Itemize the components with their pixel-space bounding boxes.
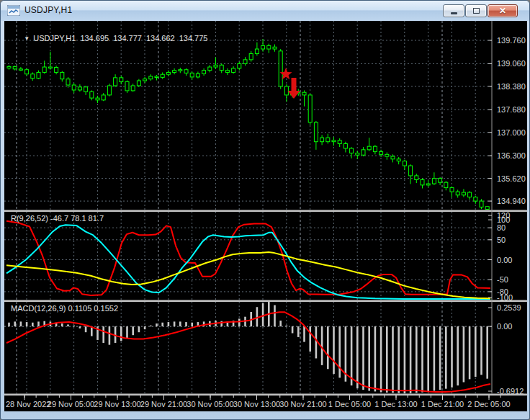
window-title: USDJPY,H1 xyxy=(24,5,72,15)
candle-body xyxy=(19,69,22,71)
candle-body xyxy=(421,179,424,184)
candle-body xyxy=(55,67,58,72)
candle-body xyxy=(403,161,406,166)
candle-body xyxy=(361,150,365,155)
time-label: 30 Nov 13:00 xyxy=(233,400,280,408)
candle-body xyxy=(214,65,217,67)
candle-body xyxy=(66,79,70,85)
candle-body xyxy=(60,72,64,79)
candle-body xyxy=(166,72,170,74)
candle-body xyxy=(415,176,418,180)
candle-body xyxy=(190,73,194,77)
candle-body xyxy=(72,85,76,90)
time-label: 29 Nov 05:00 xyxy=(48,400,94,408)
candle-body xyxy=(273,47,277,49)
candle-body xyxy=(220,65,223,70)
time-label: 28 Nov 2022 xyxy=(6,400,50,408)
open-value: 134.695 xyxy=(80,34,109,43)
candle-body xyxy=(149,76,153,79)
candle-body xyxy=(173,71,176,73)
candle-body xyxy=(320,138,324,142)
time-label: 30 Nov 05:00 xyxy=(187,400,233,408)
candle-body xyxy=(37,72,40,78)
candle-body xyxy=(84,87,88,91)
symbol-period-label: USDJPY,H1 xyxy=(33,34,76,43)
axis-label: 136.300 xyxy=(497,151,526,160)
panel-separator xyxy=(4,210,527,210)
candle-body xyxy=(267,45,271,49)
candle-body xyxy=(308,95,312,122)
axis-label: -100 xyxy=(497,293,513,302)
restore-icon xyxy=(473,8,480,14)
panel-separator xyxy=(4,300,527,300)
high-value: 134.777 xyxy=(113,34,142,43)
minimize-icon xyxy=(451,12,457,14)
axis-label: 138.380 xyxy=(497,82,526,91)
candle-body xyxy=(102,95,105,100)
time-label: 2 Dec 05:00 xyxy=(467,400,510,408)
candle-body xyxy=(196,73,199,77)
candle-body xyxy=(332,140,336,142)
candle-body xyxy=(125,81,129,90)
time-label: 29 Nov 13:00 xyxy=(94,400,140,408)
axis-label: 0.2539 xyxy=(497,303,521,312)
candle-body xyxy=(450,188,454,192)
candle-body xyxy=(480,201,483,207)
candle-body xyxy=(48,67,52,68)
symbol-dropdown-icon[interactable]: ▼ xyxy=(24,35,30,42)
candle-body xyxy=(96,98,99,100)
time-label: 1 Dec 13:00 xyxy=(374,400,417,408)
window-controls: ✕ xyxy=(443,4,518,17)
candle-body xyxy=(279,51,282,86)
candle-body xyxy=(261,45,265,49)
candle-body xyxy=(107,86,111,95)
candle-body xyxy=(90,91,94,98)
candle-body xyxy=(243,60,247,64)
candle-body xyxy=(184,70,188,73)
axis-label: 137.000 xyxy=(497,128,526,137)
time-label: 29 Nov 21:00 xyxy=(140,400,187,408)
application-window: USDJPY,H1 ✕ 139.760139.060138.380137.680… xyxy=(0,0,530,420)
minimize-button[interactable] xyxy=(443,4,464,17)
candle-body xyxy=(356,153,359,155)
candle-body xyxy=(485,207,489,210)
close-icon: ✕ xyxy=(499,6,506,15)
candle-body xyxy=(13,67,17,69)
candle-body xyxy=(456,192,459,195)
wpr-indicator-label: R(9,26,52) -46.7 78.1 81.7 xyxy=(11,214,104,223)
candle-body xyxy=(426,184,430,185)
panel-separator xyxy=(4,393,527,394)
candle-body xyxy=(25,70,29,74)
candle-body xyxy=(155,76,158,78)
ohlc-header[interactable]: ▼USDJPY,H1134.695134.777134.662134.775 xyxy=(11,25,207,51)
candle-body xyxy=(391,156,395,159)
candle-body xyxy=(131,86,135,91)
close-button[interactable]: ✕ xyxy=(488,4,518,17)
candle-body xyxy=(326,138,330,142)
candle-body xyxy=(161,74,164,77)
time-label: 1 Dec 21:00 xyxy=(421,400,464,408)
restore-button[interactable] xyxy=(465,4,487,17)
candle-body xyxy=(137,81,140,86)
candle-body xyxy=(373,146,377,151)
candle-body xyxy=(208,67,212,71)
title-bar[interactable]: USDJPY,H1 ✕ xyxy=(1,1,529,21)
candle-body xyxy=(468,192,472,197)
candle-body xyxy=(7,67,11,68)
candle-body xyxy=(249,54,253,60)
candle-body xyxy=(367,146,371,150)
candle-body xyxy=(379,152,383,155)
time-label: 30 Nov 21:00 xyxy=(279,400,326,408)
candle-body xyxy=(474,197,477,202)
candle-body xyxy=(385,154,389,156)
candle-body xyxy=(432,179,436,184)
axis-label: -50 xyxy=(497,275,508,284)
chart-area: 139.760139.060138.380137.680137.000136.3… xyxy=(4,21,527,411)
candle-body xyxy=(338,140,341,144)
axis-label: 135.620 xyxy=(497,174,526,183)
candle-body xyxy=(444,182,448,187)
candle-body xyxy=(120,78,123,82)
candle-body xyxy=(284,86,288,95)
axis-label: 80 xyxy=(497,223,506,232)
candle-body xyxy=(314,122,318,142)
